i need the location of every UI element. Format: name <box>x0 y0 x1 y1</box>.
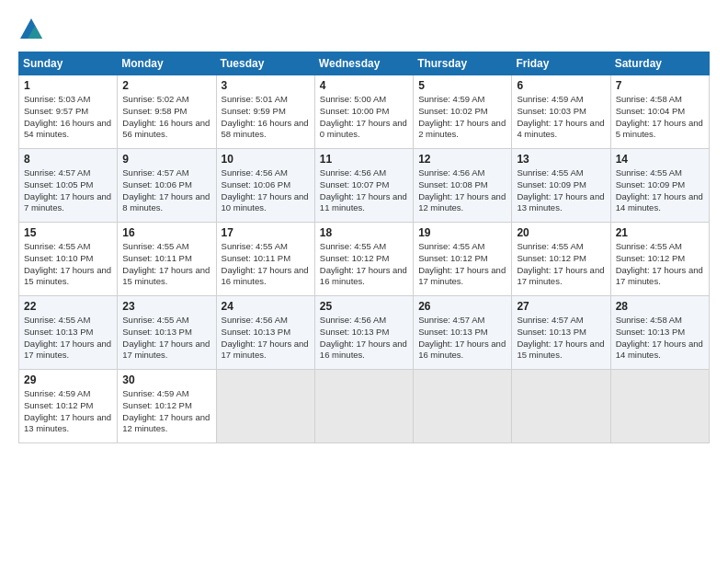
day-number: 30 <box>122 373 211 386</box>
sunset: Sunset: 10:05 PM <box>24 179 94 190</box>
calendar-cell <box>512 370 610 443</box>
daylight: Daylight: 17 hours and 13 minutes. <box>24 412 111 434</box>
calendar-cell: 10Sunrise: 4:56 AMSunset: 10:06 PMDaylig… <box>216 149 314 223</box>
sunrise: Sunrise: 4:55 AM <box>24 315 90 325</box>
day-number: 26 <box>418 300 507 313</box>
sunrise: Sunrise: 4:55 AM <box>418 241 484 251</box>
calendar-cell: 22Sunrise: 4:55 AMSunset: 10:13 PMDaylig… <box>19 296 118 370</box>
logo-icon <box>18 17 44 42</box>
cell-content: Sunrise: 5:01 AMSunset: 9:59 PMDaylight:… <box>222 94 311 141</box>
cell-content: Sunrise: 4:56 AMSunset: 10:13 PMDaylight… <box>222 315 311 362</box>
daylight: Daylight: 16 hours and 56 minutes. <box>122 118 210 140</box>
calendar-cell <box>414 370 512 443</box>
cell-content: Sunrise: 4:56 AMSunset: 10:13 PMDaylight… <box>320 315 409 362</box>
sunrise: Sunrise: 5:02 AM <box>122 94 188 104</box>
sunrise: Sunrise: 4:55 AM <box>616 241 682 251</box>
sunset: Sunset: 9:58 PM <box>122 106 187 116</box>
daylight: Daylight: 17 hours and 15 minutes. <box>122 265 210 287</box>
cell-content: Sunrise: 4:57 AMSunset: 10:06 PMDaylight… <box>122 167 211 214</box>
sunrise: Sunrise: 4:55 AM <box>517 167 583 178</box>
sunrise: Sunrise: 4:55 AM <box>616 167 682 178</box>
sunrise: Sunrise: 4:56 AM <box>320 315 386 325</box>
sunset: Sunset: 10:13 PM <box>616 327 686 337</box>
calendar-cell <box>216 370 314 443</box>
calendar-cell: 7Sunrise: 4:58 AMSunset: 10:04 PMDayligh… <box>610 75 709 149</box>
calendar-cell: 26Sunrise: 4:57 AMSunset: 10:13 PMDaylig… <box>414 296 512 370</box>
sunset: Sunset: 10:07 PM <box>320 179 390 190</box>
calendar-cell <box>314 370 413 443</box>
day-number: 2 <box>122 79 211 92</box>
day-number: 25 <box>320 300 409 313</box>
daylight: Daylight: 17 hours and 13 minutes. <box>517 191 604 213</box>
cell-content: Sunrise: 4:55 AMSunset: 10:11 PMDaylight… <box>122 241 211 288</box>
sunrise: Sunrise: 4:55 AM <box>24 241 90 251</box>
sunrise: Sunrise: 4:57 AM <box>418 315 484 325</box>
day-number: 9 <box>122 153 211 166</box>
sunset: Sunset: 10:06 PM <box>122 179 192 190</box>
sunrise: Sunrise: 4:58 AM <box>616 315 682 325</box>
cell-content: Sunrise: 4:55 AMSunset: 10:09 PMDaylight… <box>517 167 606 214</box>
sunrise: Sunrise: 4:59 AM <box>24 388 90 398</box>
sunrise: Sunrise: 4:59 AM <box>122 388 188 398</box>
day-number: 1 <box>24 79 113 92</box>
calendar-cell <box>610 370 709 443</box>
sunset: Sunset: 10:13 PM <box>320 327 390 337</box>
day-number: 19 <box>418 226 507 239</box>
calendar-cell: 3Sunrise: 5:01 AMSunset: 9:59 PMDaylight… <box>216 75 314 149</box>
column-header-row: SundayMondayTuesdayWednesdayThursdayFrid… <box>19 52 710 75</box>
sunrise: Sunrise: 4:57 AM <box>517 315 583 325</box>
daylight: Daylight: 17 hours and 15 minutes. <box>517 339 604 361</box>
day-number: 16 <box>122 226 211 239</box>
sunrise: Sunrise: 4:55 AM <box>122 315 188 325</box>
cell-content: Sunrise: 4:55 AMSunset: 10:12 PMDaylight… <box>616 241 705 288</box>
daylight: Daylight: 17 hours and 12 minutes. <box>418 191 506 213</box>
sunrise: Sunrise: 4:55 AM <box>222 241 288 251</box>
day-number: 7 <box>616 79 705 92</box>
daylight: Daylight: 17 hours and 15 minutes. <box>24 265 111 287</box>
calendar-table: SundayMondayTuesdayWednesdayThursdayFrid… <box>18 52 710 443</box>
col-header-saturday: Saturday <box>610 52 709 75</box>
daylight: Daylight: 16 hours and 54 minutes. <box>24 118 111 140</box>
calendar-cell: 1Sunrise: 5:03 AMSunset: 9:57 PMDaylight… <box>19 75 118 149</box>
day-number: 28 <box>616 300 705 313</box>
sunrise: Sunrise: 4:56 AM <box>222 167 288 178</box>
cell-content: Sunrise: 4:59 AMSunset: 10:02 PMDaylight… <box>418 94 507 141</box>
sunset: Sunset: 10:02 PM <box>418 106 488 116</box>
calendar-cell: 13Sunrise: 4:55 AMSunset: 10:09 PMDaylig… <box>512 149 610 223</box>
calendar-cell: 12Sunrise: 4:56 AMSunset: 10:08 PMDaylig… <box>414 149 512 223</box>
calendar-cell: 15Sunrise: 4:55 AMSunset: 10:10 PMDaylig… <box>19 223 118 296</box>
day-number: 27 <box>517 300 606 313</box>
daylight: Daylight: 17 hours and 17 minutes. <box>24 339 111 361</box>
calendar-cell: 2Sunrise: 5:02 AMSunset: 9:58 PMDaylight… <box>118 75 216 149</box>
day-number: 11 <box>320 153 409 166</box>
cell-content: Sunrise: 4:55 AMSunset: 10:13 PMDaylight… <box>122 315 211 362</box>
cell-content: Sunrise: 4:59 AMSunset: 10:12 PMDaylight… <box>122 388 211 435</box>
daylight: Daylight: 17 hours and 0 minutes. <box>320 118 407 140</box>
cell-content: Sunrise: 4:55 AMSunset: 10:13 PMDaylight… <box>24 315 113 362</box>
col-header-sunday: Sunday <box>19 52 118 75</box>
cell-content: Sunrise: 4:55 AMSunset: 10:09 PMDaylight… <box>616 167 705 214</box>
cell-content: Sunrise: 4:58 AMSunset: 10:13 PMDaylight… <box>616 315 705 362</box>
daylight: Daylight: 17 hours and 17 minutes. <box>122 339 210 361</box>
cell-content: Sunrise: 4:55 AMSunset: 10:11 PMDaylight… <box>222 241 311 288</box>
daylight: Daylight: 17 hours and 11 minutes. <box>320 191 407 213</box>
day-number: 15 <box>24 226 113 239</box>
sunset: Sunset: 10:12 PM <box>418 253 488 263</box>
cell-content: Sunrise: 4:56 AMSunset: 10:06 PMDaylight… <box>222 167 311 214</box>
daylight: Daylight: 17 hours and 17 minutes. <box>222 339 309 361</box>
week-row-4: 22Sunrise: 4:55 AMSunset: 10:13 PMDaylig… <box>19 296 710 370</box>
sunset: Sunset: 10:12 PM <box>517 253 586 263</box>
col-header-friday: Friday <box>512 52 610 75</box>
daylight: Daylight: 17 hours and 10 minutes. <box>222 191 309 213</box>
day-number: 4 <box>320 79 409 92</box>
calendar-cell: 17Sunrise: 4:55 AMSunset: 10:11 PMDaylig… <box>216 223 314 296</box>
sunset: Sunset: 10:13 PM <box>222 327 291 337</box>
sunrise: Sunrise: 4:57 AM <box>24 167 90 178</box>
calendar-cell: 8Sunrise: 4:57 AMSunset: 10:05 PMDayligh… <box>19 149 118 223</box>
cell-content: Sunrise: 4:57 AMSunset: 10:13 PMDaylight… <box>418 315 507 362</box>
sunrise: Sunrise: 4:57 AM <box>122 167 188 178</box>
daylight: Daylight: 17 hours and 16 minutes. <box>320 339 407 361</box>
calendar-cell: 5Sunrise: 4:59 AMSunset: 10:02 PMDayligh… <box>414 75 512 149</box>
daylight: Daylight: 17 hours and 17 minutes. <box>418 265 506 287</box>
sunset: Sunset: 10:13 PM <box>24 327 94 337</box>
